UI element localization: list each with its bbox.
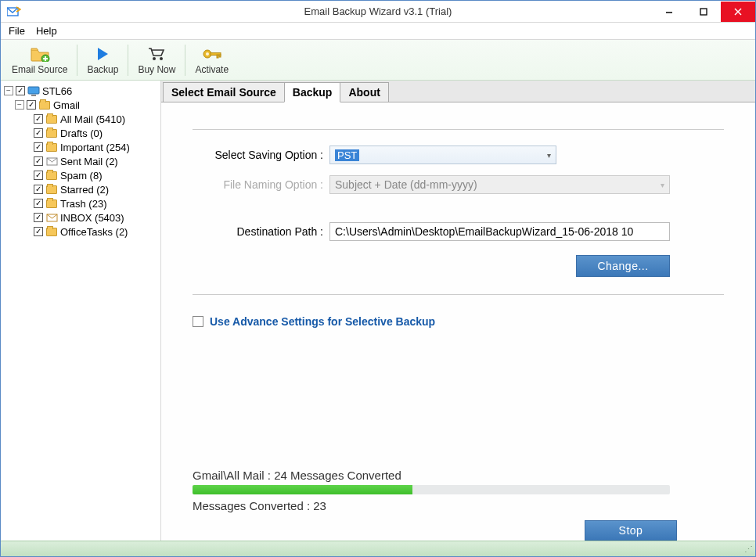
play-icon <box>92 45 113 63</box>
folder-icon <box>45 128 58 138</box>
tree-item[interactable]: OfficeTasks (2) <box>2 225 159 239</box>
checkbox[interactable] <box>34 142 43 152</box>
backup-button[interactable]: Backup <box>81 41 124 79</box>
menubar: File Help <box>1 23 755 40</box>
tree-item-label: Sent Mail (2) <box>60 156 118 167</box>
activate-label: Activate <box>195 64 229 75</box>
desktop-icon <box>27 85 40 96</box>
checkbox[interactable] <box>34 156 43 166</box>
tab-backup[interactable]: Backup <box>284 82 341 102</box>
destination-path-value: C:\Users\Admin\Desktop\EmailBackupWizard… <box>335 225 633 238</box>
buy-now-label: Buy Now <box>138 64 175 75</box>
advance-checkbox[interactable] <box>193 316 203 327</box>
progress-status-line1: Gmail\All Mail : 24 Messages Converted <box>193 469 724 482</box>
file-naming-select[interactable]: Subject + Date (dd-mm-yyyy) ▾ <box>329 175 670 194</box>
tree-item[interactable]: INBOX (5403) <box>2 210 159 225</box>
tree-item[interactable]: Important (254) <box>2 140 159 154</box>
key-icon <box>202 45 222 63</box>
checkbox[interactable] <box>34 185 43 194</box>
folder-icon <box>45 226 58 237</box>
advance-settings-row[interactable]: Use Advance Settings for Selective Backu… <box>193 315 724 328</box>
tree-item[interactable]: Drafts (0) <box>2 126 159 140</box>
resize-grip-icon[interactable]: ⋰ <box>744 544 752 555</box>
change-button[interactable]: Change... <box>576 255 670 277</box>
destination-path-input[interactable]: C:\Users\Admin\Desktop\EmailBackupWizard… <box>329 222 670 241</box>
svg-rect-14 <box>217 55 218 58</box>
content-pane: Select Email Source Backup About Select … <box>161 81 755 541</box>
email-source-button[interactable]: Email Source <box>5 41 74 79</box>
progress-area: Gmail\All Mail : 24 Messages Converted M… <box>193 453 724 541</box>
tree-item[interactable]: Starred (2) <box>2 182 159 196</box>
tree-gmail[interactable]: − Gmail <box>2 98 159 112</box>
collapse-icon[interactable]: − <box>4 86 13 95</box>
saving-option-label: Select Saving Option : <box>193 149 329 161</box>
chevron-down-icon: ▾ <box>547 151 551 160</box>
svg-point-12 <box>206 52 209 56</box>
activate-button[interactable]: Activate <box>189 41 235 79</box>
app-window: Email Backup Wizard v3.1 (Trial) File He… <box>0 0 756 557</box>
toolbar-separator <box>185 45 185 76</box>
divider <box>193 129 724 130</box>
tab-body: Select Saving Option : PST ▾ File Naming… <box>161 102 755 541</box>
email-source-label: Email Source <box>12 64 67 75</box>
tab-select-source[interactable]: Select Email Source <box>163 82 285 102</box>
tree-gmail-label: Gmail <box>53 99 80 111</box>
toolbar-separator <box>77 45 77 76</box>
tab-strip: Select Email Source Backup About <box>161 81 755 102</box>
titlebar: Email Backup Wizard v3.1 (Trial) <box>1 1 755 23</box>
progress-fill <box>193 485 412 494</box>
file-naming-value: Subject + Date (dd-mm-yyyy) <box>335 178 477 191</box>
window-title: Email Backup Wizard v3.1 (Trial) <box>1 5 755 17</box>
status-bar: ⋰ <box>1 541 755 556</box>
tree-item-label: INBOX (5403) <box>60 212 124 224</box>
tree-item[interactable]: All Mail (5410) <box>2 112 159 126</box>
svg-point-10 <box>160 57 163 60</box>
checkbox[interactable] <box>27 100 36 110</box>
svg-rect-17 <box>31 95 36 96</box>
toolbar: Email Source Backup Buy Now Activate <box>1 40 755 81</box>
file-naming-label: File Naming Option : <box>193 178 329 191</box>
collapse-icon[interactable]: − <box>15 100 24 110</box>
tree-item[interactable]: Trash (23) <box>2 196 159 210</box>
advance-settings-label: Use Advance Settings for Selective Backu… <box>210 315 435 328</box>
tree-root-label: STL66 <box>42 85 72 97</box>
checkbox[interactable] <box>16 86 25 95</box>
inbox-icon <box>45 212 58 223</box>
tab-about[interactable]: About <box>340 82 388 102</box>
tree-item-label: Trash (23) <box>60 198 106 210</box>
svg-marker-8 <box>98 48 108 60</box>
menu-file[interactable]: File <box>9 25 25 37</box>
saving-option-value: PST <box>335 149 359 161</box>
tree-item[interactable]: Spam (8) <box>2 168 159 182</box>
buy-now-button[interactable]: Buy Now <box>131 41 182 79</box>
checkbox[interactable] <box>34 227 43 236</box>
sent-mail-icon <box>45 156 58 167</box>
menu-help[interactable]: Help <box>36 25 57 37</box>
cart-icon <box>146 45 167 63</box>
divider <box>193 294 724 295</box>
folder-icon <box>45 184 58 195</box>
destination-path-label: Destination Path : <box>193 225 329 238</box>
checkbox[interactable] <box>34 128 43 138</box>
tree-item-label: Spam (8) <box>60 170 102 181</box>
main-area: − STL66 − Gmail All Mail (5410) Drafts (… <box>1 81 755 541</box>
checkbox[interactable] <box>34 199 43 208</box>
tree-item-label: All Mail (5410) <box>60 113 125 125</box>
progress-status-line2: Messages Converted : 23 <box>193 499 724 512</box>
checkbox[interactable] <box>34 114 43 124</box>
folder-icon <box>45 170 58 181</box>
folder-tree[interactable]: − STL66 − Gmail All Mail (5410) Drafts (… <box>1 81 161 541</box>
folder-icon <box>45 113 58 124</box>
tree-item-label: Important (254) <box>60 142 130 153</box>
stop-button[interactable]: Stop <box>585 520 677 541</box>
backup-label: Backup <box>87 64 118 75</box>
tree-item-label: OfficeTasks (2) <box>60 226 128 238</box>
checkbox[interactable] <box>34 213 43 222</box>
saving-option-select[interactable]: PST ▾ <box>329 146 556 164</box>
tree-root[interactable]: − STL66 <box>2 84 159 98</box>
tree-item-label: Starred (2) <box>60 184 109 196</box>
chevron-down-icon: ▾ <box>661 181 664 189</box>
tree-item[interactable]: Sent Mail (2) <box>2 154 159 168</box>
folder-icon <box>45 142 58 153</box>
checkbox[interactable] <box>34 171 43 180</box>
